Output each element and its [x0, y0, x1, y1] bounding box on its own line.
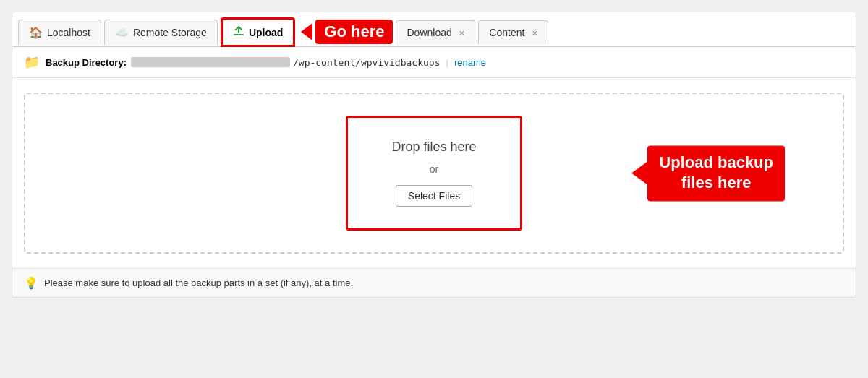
annotation-line2: files here: [681, 174, 752, 192]
tab-upload-label: Upload: [249, 27, 283, 38]
go-here-arrow: [301, 23, 312, 40]
upload-icon: [233, 25, 244, 39]
tab-remote-storage-label: Remote Storage: [133, 27, 207, 38]
annotation-line1: Upload backup: [659, 153, 773, 171]
tabs-bar: 🏠 Localhost ☁️ Remote Storage Upload Go: [12, 12, 856, 47]
tab-localhost[interactable]: 🏠 Localhost: [18, 20, 101, 45]
main-container: 🏠 Localhost ☁️ Remote Storage Upload Go: [12, 12, 856, 298]
tab-remote-storage[interactable]: ☁️ Remote Storage: [104, 20, 218, 45]
cloud-icon: ☁️: [115, 26, 129, 39]
tab-content[interactable]: Content ×: [478, 20, 548, 44]
home-icon: 🏠: [29, 26, 43, 39]
select-files-button[interactable]: Select Files: [396, 185, 472, 207]
upload-annotation: Upload backup files here: [631, 145, 785, 201]
tab-localhost-label: Localhost: [47, 27, 90, 38]
drop-zone-outer[interactable]: Drop files here or Select Files Upload b…: [24, 93, 844, 254]
bulb-icon: 💡: [24, 276, 38, 290]
backup-directory-label: Backup Directory:: [46, 57, 127, 68]
tab-download-close[interactable]: ×: [459, 27, 465, 38]
go-here-label: Go here: [315, 20, 393, 44]
go-here-annotation: Go here: [301, 20, 393, 44]
upload-annotation-arrow: [631, 162, 647, 185]
tab-content-close[interactable]: ×: [532, 27, 537, 38]
tab-download[interactable]: Download ×: [396, 20, 475, 44]
tab-download-label: Download: [407, 27, 451, 38]
or-text: or: [391, 163, 476, 175]
drop-files-text: Drop files here: [391, 139, 476, 155]
tab-content-label: Content: [489, 27, 524, 38]
separator: |: [446, 57, 448, 68]
folder-icon: 📁: [24, 54, 40, 70]
backup-path: /wp-content/wpvividbackups: [293, 57, 441, 68]
notice-bar: 💡 Please make sure to upload all the bac…: [12, 268, 856, 297]
upload-annotation-text: Upload backup files here: [647, 145, 785, 201]
svg-rect-0: [234, 34, 244, 35]
backup-directory-bar: 📁 Backup Directory: /wp-content/wpvividb…: [12, 47, 856, 78]
drop-area-container: Drop files here or Select Files Upload b…: [12, 78, 856, 268]
notice-text: Please make sure to upload all the backu…: [44, 278, 353, 288]
drop-zone-inner[interactable]: Drop files here or Select Files: [346, 116, 522, 231]
rename-link[interactable]: rename: [454, 57, 486, 68]
tab-upload[interactable]: Upload: [221, 17, 295, 47]
backup-path-redacted: [131, 57, 290, 67]
